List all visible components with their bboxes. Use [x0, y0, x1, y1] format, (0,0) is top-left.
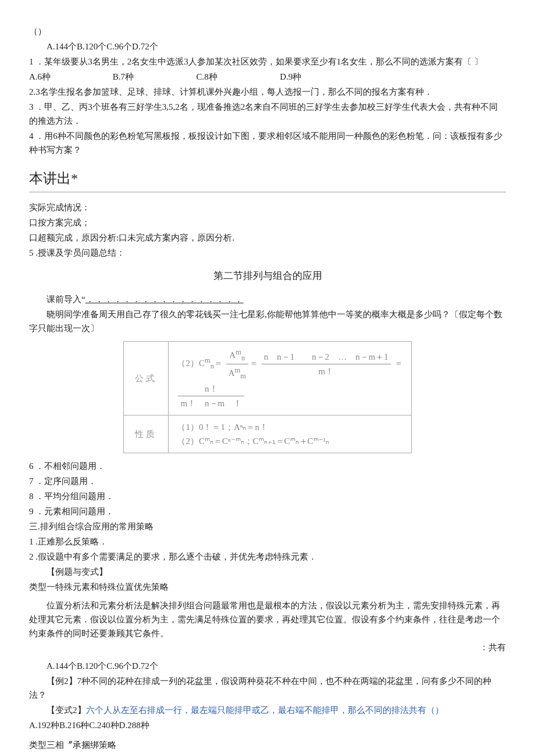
example-label: 【例题与变式】 — [29, 565, 506, 579]
strategy-2: 2 .假设题中有多个需要满足的要求，那么逐个击破，并优先考虑特殊元素． — [29, 550, 506, 564]
formula-den2: m！ n－m ！ — [178, 396, 244, 410]
top-options: A.144个B.120个C.96个D.72个 — [29, 40, 506, 53]
question-2: 2.3名学生报名参加篮球、足球、排球、计算机课外兴趣小组，每人选报一门，那么不同… — [29, 85, 506, 99]
completion-l3: 口超额完成，原因分析:口未完成方案内容，原因分析. — [29, 231, 506, 245]
formula-prefix: （2）C — [177, 359, 205, 368]
lead-dots: ．．．．．．．．．．．．．．．．． — [85, 295, 244, 304]
strategy-1: 1 .正难那么反策略． — [29, 535, 506, 549]
opt-a: A.6种 — [29, 70, 110, 84]
section-three: 三.排列组合综合应用的常用策略 — [29, 519, 506, 533]
variant-2-line: 【变式2】六个人从左至右排成一行，最左端只能排甲或乙，最右端不能排甲，那么不同的… — [29, 703, 506, 717]
section-title-2: 第二节排列与组合的应用 — [29, 268, 506, 284]
question-1-options: A.6种 B.7种 C.8种 D.9种 — [29, 70, 506, 84]
example-2: 【例2】7种不同的花种在排成一列的花盆里，假设两种葵花不种在中间，也不种在两端的… — [29, 674, 506, 702]
item-7: 7 ．定序问题用． — [29, 474, 506, 488]
section-title-1: 本讲出* — [29, 167, 506, 189]
analysis-block: 位置分析法和元素分析法是解决排列组合问题最常用也是最根本的方法，假设以元素分析为… — [29, 599, 506, 654]
lead-label-line: 课前导入“．．．．．．．．．．．．．．．．． — [29, 292, 506, 306]
table-label-formula: 公式 — [124, 341, 169, 415]
type-1-title: 类型一特殊元素和特殊位置优先策略 — [29, 580, 506, 594]
type-3-title: 类型三相〞承捆绑策略 — [29, 738, 506, 752]
variant-2-body: 六个人从左至右排成一行，最左端只能排甲或乙，最右端不能排甲，那么不同的排法共有（… — [86, 705, 444, 715]
analysis-options: A.144个B.120个C.96个D.72个 — [29, 659, 506, 673]
analysis-p1: 位置分析法和元素分析法是解决排列组合问题最常用也是最根本的方法，假设以元素分析为… — [29, 599, 506, 640]
item-6: 6 ．不相邻问题用． — [29, 459, 506, 473]
opt-d: D.9种 — [280, 70, 361, 84]
property-line-1: （1）0！＝1；Aⁿₙ＝n！ — [177, 420, 402, 434]
analysis-tail: ：共有 — [480, 640, 506, 654]
formula-num2: n！ — [178, 382, 244, 396]
variant-2-options: A.192种B.216种C.240种D.288种 — [29, 718, 506, 732]
table-label-property: 性质 — [124, 415, 169, 453]
item-9: 9 ．元素相同问题用． — [29, 504, 506, 518]
paren-marker: （） — [29, 24, 506, 38]
table-formula-cell: （2）Cmn＝ AmnAmm＝ n n－1 n－2 … n－m＋1m！ ＝ n！… — [169, 341, 411, 415]
completion-l1: 实际完成情况： — [29, 200, 506, 214]
formula-table: 公式 （2）Cmn＝ AmnAmm＝ n n－1 n－2 … n－m＋1m！ ＝… — [123, 341, 411, 453]
question-4: 4 ．用6种不同颜色的彩色粉笔写黑板报，板报设计如下图，要求相邻区域不能用同一种… — [29, 129, 506, 157]
formula-den-long: m！ — [262, 364, 391, 378]
variant-2-label: 【变式2】 — [47, 705, 86, 715]
formula-num-long: n n－1 n－2 … n－m＋1 — [262, 350, 391, 364]
question-1: 1 ．某年级要从3名男生，2名女生中选派3人参加某次社区效劳，如果要求至少有1名… — [29, 55, 506, 69]
question-3: 3 ．甲、乙、丙3个班各有三好学生3,5,2名，现准备推选2名来自不同班的三好学… — [29, 100, 506, 128]
divider-1 — [29, 192, 506, 192]
property-line-2: （2）Cᵐₙ＝Cⁿ⁻ᵐₙ；Cᵐₙ₊₁＝Cᵐₙ＋Cᵐ⁻¹ₙ — [177, 434, 402, 448]
item-8: 8 ．平均分组问题用． — [29, 489, 506, 503]
formula-eq: ＝ — [394, 359, 403, 368]
lead-paragraph: 晓明同学准备周天用自己存了很久的零花钱买一注七星彩,你能帮他算算他中一等奖的概率… — [29, 307, 506, 335]
completion-l4: 5 .授课及学员问题总结： — [29, 246, 506, 260]
lead-label: 课前导入“ — [47, 295, 85, 304]
opt-b: B.7种 — [113, 70, 194, 84]
completion-l2: 口按方案完成； — [29, 216, 506, 230]
table-property-cell: （1）0！＝1；Aⁿₙ＝n！ （2）Cᵐₙ＝Cⁿ⁻ᵐₙ；Cᵐₙ₊₁＝Cᵐₙ＋Cᵐ… — [169, 415, 411, 453]
opt-c: C.8种 — [197, 70, 278, 84]
